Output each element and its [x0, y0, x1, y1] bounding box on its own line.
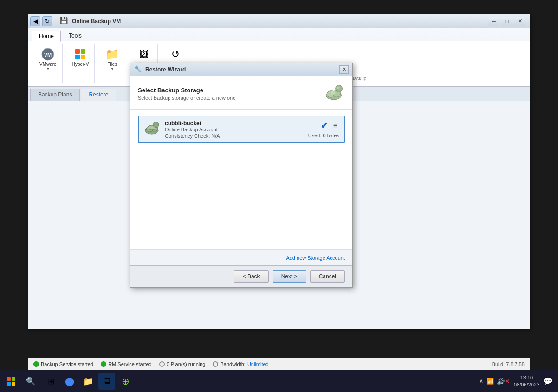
- used-label: Used:: [308, 133, 322, 138]
- consistency-value: N/A: [211, 133, 220, 139]
- dialog-header-icon: [323, 83, 345, 105]
- ribbon-tab-bar: Home Tools: [28, 28, 530, 41]
- storage-account-details: Consistency Check: N/A: [165, 133, 304, 139]
- dialog-title: Restore Wizard: [145, 66, 339, 73]
- restore-wizard-dialog: 🔧 Restore Wizard ✕ Select Backup Storage…: [130, 63, 353, 288]
- tray-volume: 🔊✕: [497, 378, 510, 385]
- status-rm-dot: [101, 361, 106, 367]
- dialog-body: cubbit-bucket Online Backup Account Cons…: [130, 110, 352, 249]
- dialog-title-bar: 🔧 Restore Wizard ✕: [130, 63, 352, 76]
- maximize-button[interactable]: □: [501, 17, 513, 26]
- dialog-header-title: Select Backup Storage: [138, 87, 235, 94]
- tray-icons: ∧ 📶 🔊✕: [479, 378, 510, 385]
- hyperv-button[interactable]: Hyper-V: [70, 46, 91, 68]
- status-backup-service: Backup Service started: [33, 361, 93, 367]
- cancel-button[interactable]: Cancel: [310, 270, 345, 283]
- status-backup-dot: [33, 361, 39, 367]
- quick-access-bar: ◀ ↻: [28, 14, 54, 28]
- clock-date: 08/06/2023: [514, 381, 539, 388]
- storage-account-name: cubbit-bucket: [165, 120, 304, 127]
- storage-selected-checkmark: ✔: [321, 121, 328, 131]
- qa-refresh-button[interactable]: ↻: [42, 16, 52, 26]
- storage-info: cubbit-bucket Online Backup Account Cons…: [165, 120, 304, 139]
- hyperv-label: Hyper-V: [72, 62, 89, 67]
- minimize-button[interactable]: ─: [488, 17, 500, 26]
- files-arrow: ▼: [110, 67, 114, 71]
- used-value: 0 bytes: [323, 133, 339, 138]
- tab-backup-plans[interactable]: Backup Plans: [30, 89, 80, 101]
- hyperv-icon: [73, 47, 88, 62]
- taskbar-task-view[interactable]: ⊞: [43, 373, 59, 390]
- status-backup-label: Backup Service started: [41, 361, 93, 367]
- status-bandwidth-dot: [213, 361, 218, 367]
- status-rm-service: RM Service started: [101, 361, 152, 367]
- title-bar: ◀ ↻ 💾 Online Backup VM ─ □ ✕: [28, 14, 530, 28]
- dialog-header-text: Select Backup Storage Select Backup stor…: [138, 87, 235, 101]
- ribbon-group-vmware: VM VMware ▼: [34, 44, 63, 83]
- taskbar-apps: ⊞ ⬤ 📁 🖥 ⊕: [39, 373, 137, 390]
- bandwidth-label: Bandwidth:: [220, 361, 245, 367]
- ribbon-group-hyperv: Hyper-V: [66, 44, 95, 83]
- status-rm-label: RM Service started: [108, 361, 152, 367]
- storage-account-item[interactable]: cubbit-bucket Online Backup Account Cons…: [138, 116, 345, 143]
- notifications-button[interactable]: 💬: [543, 377, 552, 386]
- taskbar-chrome[interactable]: ⬤: [61, 373, 78, 390]
- dialog-footer-link: Add new Storage Account: [130, 249, 352, 265]
- taskbar-search[interactable]: 🔍: [22, 373, 39, 390]
- taskbar-tray: ∧ 📶 🔊✕ 13:10 08/06/2023 💬: [474, 374, 558, 388]
- storage-account-type: Online Backup Account: [165, 127, 304, 132]
- vmware-arrow: ▼: [46, 67, 50, 71]
- taskbar-explorer[interactable]: 📁: [80, 373, 97, 390]
- taskbar-app1[interactable]: 🖥: [98, 373, 115, 390]
- imgbas-icon: 🖼: [136, 47, 151, 62]
- dialog-close-button[interactable]: ✕: [339, 65, 349, 74]
- start-button[interactable]: [0, 370, 22, 392]
- tab-tools[interactable]: Tools: [62, 30, 89, 41]
- status-plans-label: 0 Plan(s) running: [167, 361, 206, 367]
- svg-point-7: [337, 86, 340, 89]
- tray-network: 📶: [487, 378, 494, 385]
- refresh-button[interactable]: ↺: [166, 46, 185, 63]
- dialog-header-subtitle: Select Backup storage or create a new on…: [138, 95, 235, 101]
- qa-back-button[interactable]: ◀: [30, 16, 40, 26]
- windows-icon: [7, 377, 15, 386]
- ribbon-group-files: 📁 Files ▼: [98, 44, 126, 83]
- title-icon: 💾: [60, 17, 69, 26]
- dialog-header: Select Backup Storage Select Backup stor…: [130, 76, 352, 110]
- vmware-button[interactable]: VM VMware ▼: [38, 46, 58, 72]
- files-button[interactable]: 📁 Files ▼: [103, 46, 122, 72]
- back-button[interactable]: < Back: [234, 270, 269, 283]
- next-button[interactable]: Next >: [273, 270, 306, 283]
- tab-restore[interactable]: Restore: [81, 89, 116, 101]
- dialog-icon: 🔧: [134, 65, 143, 74]
- close-button[interactable]: ✕: [514, 17, 526, 26]
- taskbar-clock[interactable]: 13:10 08/06/2023: [514, 374, 539, 388]
- vmware-icon: VM: [40, 47, 55, 62]
- svg-text:VM: VM: [44, 52, 52, 58]
- svg-point-12: [153, 122, 159, 128]
- tray-chevron[interactable]: ∧: [479, 378, 484, 385]
- taskbar: 🔍 ⊞ ⬤ 📁 🖥 ⊕ ∧ 📶 🔊✕ 13:10 08/06/2023 💬: [0, 370, 558, 392]
- add-storage-link[interactable]: Add new Storage Account: [286, 255, 345, 261]
- files-icon: 📁: [105, 47, 120, 62]
- status-plans: 0 Plan(s) running: [159, 361, 206, 367]
- consistency-label: Consistency Check:: [165, 133, 210, 139]
- window-controls: ─ □ ✕: [488, 17, 526, 26]
- app-title: Online Backup VM: [72, 18, 488, 25]
- files-label: Files: [107, 62, 117, 67]
- status-bandwidth: Bandwidth: Unlimited: [213, 361, 268, 367]
- build-info: Build: 7.8.7.58: [492, 361, 525, 367]
- storage-account-icon: [143, 121, 160, 138]
- status-plans-dot: [159, 361, 165, 367]
- vmware-label: VMware: [39, 62, 57, 67]
- storage-used: Used: 0 bytes: [308, 133, 339, 138]
- svg-point-5: [331, 91, 336, 94]
- refresh-icon: ↺: [168, 47, 183, 62]
- storage-menu-button[interactable]: ≡: [331, 121, 339, 131]
- clock-time: 13:10: [514, 374, 539, 381]
- bandwidth-link[interactable]: Unlimited: [247, 361, 269, 367]
- tab-home[interactable]: Home: [32, 31, 61, 42]
- status-bar: Backup Service started RM Service starte…: [28, 358, 530, 370]
- dialog-buttons: < Back Next > Cancel: [130, 265, 352, 287]
- taskbar-backup-app[interactable]: ⊕: [117, 373, 134, 390]
